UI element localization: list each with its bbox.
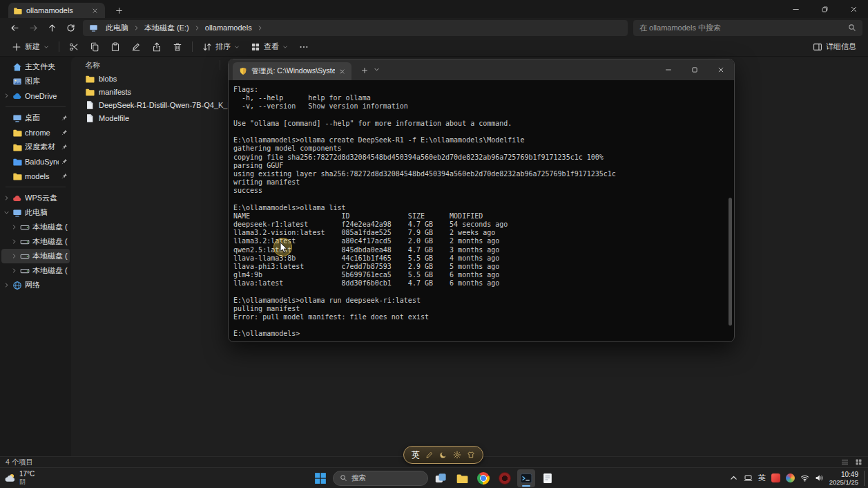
sidebar-item-baidusyncdisk[interactable]: BaiduSyncdisk (1, 154, 70, 169)
toolbar-divider (192, 41, 193, 52)
sidebar-item-label: 深度素材 (25, 142, 59, 152)
terminal-line: E:\ollamamodels> (233, 330, 727, 338)
sidebar-item-gallery[interactable]: 图库 (1, 74, 70, 88)
sidebar-item-materials[interactable]: 深度素材 (1, 140, 70, 154)
tray-overflow-button[interactable] (729, 473, 738, 482)
back-button[interactable] (6, 19, 24, 36)
breadcrumb-ollamamodels[interactable]: ollamamodels (202, 22, 255, 33)
taskbar-clock[interactable]: 10:49 2025/1/25 (829, 471, 858, 486)
ellipsis-icon (299, 42, 309, 52)
search-placeholder: 在 ollamamodels 中搜索 (639, 23, 721, 33)
red-circle-app-button[interactable] (496, 469, 514, 487)
tray-device-button[interactable] (744, 473, 753, 482)
sidebar-item-drive-f[interactable]: 本地磁盘 (F:) (1, 263, 70, 278)
sort-button[interactable]: 排序 (197, 39, 244, 55)
cut-button[interactable] (64, 39, 84, 55)
terminal-tab-dropdown-button[interactable] (374, 66, 383, 75)
ime-toolbar[interactable]: 英 (403, 446, 483, 464)
chevron-right-icon[interactable] (11, 224, 17, 230)
start-button[interactable] (311, 469, 329, 487)
terminal-output[interactable]: Flags: -h, --help help for ollama -v, --… (229, 80, 734, 341)
terminal-line (233, 288, 727, 297)
sidebar-item-models[interactable]: models (1, 169, 70, 183)
skin-icon[interactable] (467, 451, 475, 459)
view-button[interactable]: 查看 (246, 39, 293, 55)
breadcrumb-this-pc[interactable]: 此电脑 (103, 21, 131, 35)
volume-button[interactable] (815, 473, 824, 482)
laptop-icon (744, 473, 753, 482)
tab-close-button[interactable] (90, 6, 100, 16)
tab-close-icon[interactable] (339, 68, 345, 75)
rename-button[interactable] (126, 39, 146, 55)
chevron-right-icon[interactable] (3, 195, 10, 201)
ime-mode-label[interactable]: 英 (412, 449, 420, 461)
sidebar-item-drive-c[interactable]: 本地磁盘 (C:) (1, 220, 70, 234)
chevron-right-icon[interactable] (11, 253, 17, 259)
gear-icon[interactable] (453, 451, 461, 459)
chevron-right-icon[interactable] (3, 93, 10, 99)
paste-button[interactable] (106, 39, 125, 55)
details-pane-button[interactable]: 详细信息 (808, 39, 861, 55)
chevron-down-icon[interactable] (3, 209, 10, 216)
sidebar-item-chrome[interactable]: chrome (1, 125, 70, 140)
sidebar-item-home[interactable]: 主文件夹 (1, 59, 70, 74)
copy-button[interactable] (85, 39, 104, 55)
terminal-taskbar-button[interactable] (517, 469, 535, 487)
restore-button[interactable] (810, 0, 839, 18)
clock-time: 10:49 (841, 471, 858, 478)
sidebar-item-desktop[interactable]: 桌面 (1, 111, 70, 125)
file-explorer-taskbar-button[interactable] (453, 469, 471, 487)
terminal-minimize-button[interactable] (655, 59, 682, 80)
weather-widget[interactable]: 17°C 阴 (4, 471, 35, 485)
terminal-new-tab-button[interactable] (358, 65, 371, 76)
sidebar-item-this-pc[interactable]: 此电脑 (1, 205, 70, 220)
forward-button[interactable] (24, 19, 43, 36)
chrome-taskbar-button[interactable] (474, 469, 492, 487)
pen-icon[interactable] (425, 451, 434, 459)
delete-button[interactable] (168, 39, 187, 55)
sidebar-item-network[interactable]: 网络 (1, 278, 70, 292)
taskbar-search[interactable]: 搜索 (333, 471, 428, 486)
thumbnail-view-icon[interactable] (855, 458, 862, 466)
chevron-right-icon[interactable] (11, 268, 17, 274)
terminal-line: E:\ollamamodels>ollama create DeepSeek-R… (233, 136, 727, 144)
notepad-taskbar-button[interactable] (539, 469, 557, 487)
new-tab-button[interactable] (112, 4, 126, 17)
details-view-icon[interactable] (841, 458, 849, 466)
tray-app-icon-red[interactable] (771, 473, 780, 482)
more-options-button[interactable] (294, 39, 314, 55)
notepad-icon (541, 472, 554, 485)
network-button[interactable] (800, 473, 809, 482)
breadcrumb[interactable]: 此电脑 本地磁盘 (E:) ollamamodels (83, 20, 628, 36)
terminal-line: llava:latest 8dd30f6b0cb1 4.7 GB 6 month… (233, 279, 727, 288)
explorer-tab[interactable]: ollamamodels (8, 3, 105, 18)
breadcrumb-drive-e[interactable]: 本地磁盘 (E:) (142, 21, 192, 35)
terminal-title-bar[interactable]: 管理员: C:\Windows\System32 (229, 59, 734, 80)
chevron-right-icon[interactable] (3, 282, 10, 288)
task-view-button[interactable] (432, 469, 450, 487)
terminal-close-button[interactable] (708, 59, 734, 80)
minimize-button[interactable] (781, 0, 810, 18)
sidebar-item-drive-d[interactable]: 本地磁盘 (D:) (1, 234, 70, 249)
share-button[interactable] (147, 39, 166, 55)
sidebar-item-drive-e[interactable]: 本地磁盘 (E:) (1, 249, 70, 263)
search-input[interactable]: 在 ollamamodels 中搜索 (633, 20, 862, 36)
paste-icon (110, 42, 120, 52)
onedrive-cloud-icon (12, 91, 22, 101)
show-desktop-button[interactable] (864, 471, 866, 486)
column-header-name[interactable]: 名称 (75, 58, 227, 72)
terminal-maximize-button[interactable] (682, 59, 708, 80)
sidebar-item-onedrive[interactable]: OneDrive (1, 88, 70, 103)
close-button[interactable] (839, 0, 868, 18)
new-button[interactable]: 新建 (7, 39, 54, 55)
ime-indicator[interactable]: 英 (758, 473, 766, 483)
up-button[interactable] (43, 19, 61, 36)
sidebar-item-wps-cloud[interactable]: WPS云盘 (1, 191, 70, 205)
tray-app-icon-colorful[interactable] (786, 473, 795, 482)
chevron-right-icon[interactable] (11, 238, 17, 245)
moon-icon[interactable] (439, 451, 447, 459)
file-name: manifests (99, 88, 131, 96)
terminal-tab[interactable]: 管理员: C:\Windows\System32 (233, 62, 351, 80)
terminal-scrollbar[interactable] (729, 198, 732, 326)
refresh-button[interactable] (61, 19, 80, 36)
